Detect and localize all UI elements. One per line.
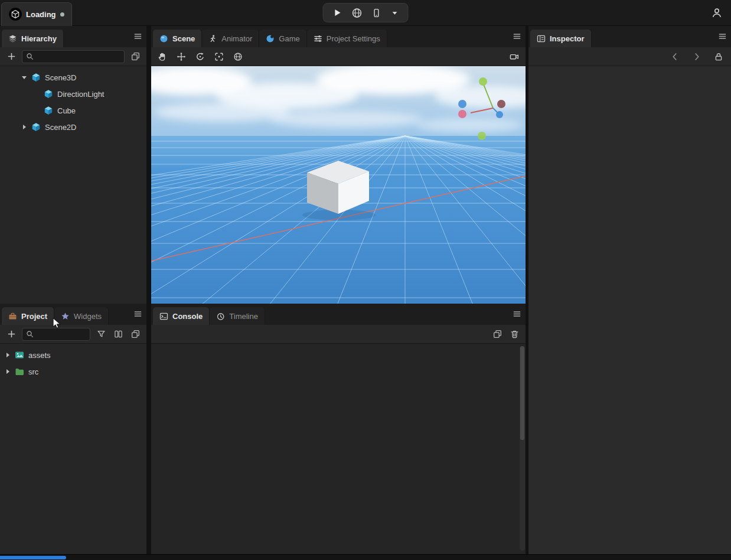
folder-label: src <box>28 367 38 376</box>
project-search-input[interactable] <box>37 330 86 338</box>
tab-scene[interactable]: Scene <box>153 30 202 47</box>
tab-widgets[interactable]: Widgets <box>54 307 109 325</box>
gizmo-tool-icon <box>233 52 243 61</box>
tab-timeline[interactable]: Timeline <box>210 307 265 325</box>
console-tab-icon <box>159 312 168 321</box>
preview-device-button[interactable] <box>371 7 383 19</box>
tab-animator-label: Animator <box>221 34 252 43</box>
tab-widgets-label: Widgets <box>74 312 102 321</box>
game-tab-icon <box>266 34 275 43</box>
inspector-menu-button[interactable] <box>718 32 727 41</box>
scrollbar-thumb[interactable] <box>520 346 524 440</box>
inspector-lock-button[interactable] <box>712 50 725 63</box>
node-label: Cube <box>57 106 76 115</box>
hierarchy-item-directionlight[interactable]: DirectionLight <box>0 86 146 102</box>
expand-chevron-icon[interactable] <box>21 125 27 129</box>
project-tree: assets src <box>0 344 146 554</box>
hierarchy-menu-button[interactable] <box>133 32 142 41</box>
console-copy-button[interactable] <box>491 328 504 341</box>
timeline-tab-icon <box>216 312 225 321</box>
hierarchy-tabstrip: Hierarchy <box>0 26 146 47</box>
project-tab[interactable]: Loading <box>1 2 72 26</box>
hierarchy-search-input[interactable] <box>37 53 120 61</box>
animator-tab-icon <box>208 34 217 43</box>
console-menu-button[interactable] <box>513 310 521 318</box>
play-button[interactable] <box>331 6 344 19</box>
trash-icon <box>510 330 519 338</box>
tab-animator[interactable]: Animator <box>202 30 259 47</box>
project-panel: Project Widgets <box>0 304 146 554</box>
hierarchy-add-button[interactable] <box>5 50 18 63</box>
project-toolbar <box>0 325 146 344</box>
copy-icon <box>131 330 140 338</box>
console-output <box>151 344 526 554</box>
console-panel: Console Timeline <box>151 304 526 554</box>
collapse-chevron-icon[interactable] <box>21 76 27 79</box>
project-item-src[interactable]: src <box>0 363 146 380</box>
back-icon <box>670 52 680 61</box>
project-split-view-button[interactable] <box>112 328 125 341</box>
move-tool-button[interactable] <box>175 50 188 63</box>
user-avatar-button[interactable] <box>710 6 724 20</box>
project-menu-button[interactable] <box>133 310 142 318</box>
gizmo-tool-button[interactable] <box>231 50 244 63</box>
tab-console[interactable]: Console <box>153 307 210 325</box>
scene-viewport[interactable] <box>151 66 526 304</box>
panel-menu-icon <box>133 310 142 318</box>
scene-tabstrip: Scene Animator Game Project Settings <box>151 26 526 47</box>
play-controls <box>323 3 409 22</box>
cube-node-icon <box>44 89 53 99</box>
tab-hierarchy-label: Hierarchy <box>21 34 57 43</box>
hierarchy-item-scene2d[interactable]: Scene2D <box>0 119 146 135</box>
project-duplicate-button[interactable] <box>129 328 142 341</box>
project-tab-icon <box>8 312 17 321</box>
project-item-assets[interactable]: assets <box>0 347 146 363</box>
project-filter-button[interactable] <box>94 328 107 341</box>
cube-node-icon <box>31 122 41 132</box>
assets-folder-icon <box>15 350 24 360</box>
play-options-dropdown[interactable] <box>390 8 400 18</box>
tab-inspector[interactable]: Inspector <box>530 30 592 47</box>
tab-project-settings[interactable]: Project Settings <box>307 30 387 47</box>
rotate-tool-icon <box>195 52 205 61</box>
hierarchy-item-cube[interactable]: Cube <box>0 102 146 119</box>
tab-hierarchy[interactable]: Hierarchy <box>2 30 64 47</box>
expand-chevron-icon[interactable] <box>5 353 11 357</box>
lock-icon <box>714 52 723 61</box>
inspector-tabstrip: Inspector <box>528 26 731 47</box>
scene-menu-button[interactable] <box>513 32 521 41</box>
inspector-panel: Inspector <box>528 26 731 554</box>
tab-project-settings-label: Project Settings <box>327 34 380 43</box>
hierarchy-item-scene3d[interactable]: Scene3D <box>0 69 146 86</box>
pan-tool-button[interactable] <box>156 50 169 63</box>
project-tabstrip: Project Widgets <box>0 304 146 325</box>
tab-project[interactable]: Project <box>2 307 54 325</box>
node-label: DirectionLight <box>57 90 105 99</box>
hierarchy-tree: Scene3D DirectionLight Cube Scene2D <box>0 66 146 304</box>
project-add-button[interactable] <box>5 328 18 341</box>
inspector-back-button[interactable] <box>668 50 681 63</box>
inspector-toolbar <box>528 47 731 66</box>
inspector-forward-button[interactable] <box>690 50 703 63</box>
preview-web-button[interactable] <box>351 6 364 19</box>
project-search <box>22 328 90 341</box>
camera-preview-icon <box>510 52 519 61</box>
dropdown-caret-icon <box>391 9 399 17</box>
hierarchy-duplicate-button[interactable] <box>129 50 142 63</box>
rotate-tool-button[interactable] <box>194 50 207 63</box>
split-view-icon <box>114 330 123 338</box>
frame-tool-button[interactable] <box>213 50 226 63</box>
console-toolbar <box>151 325 526 344</box>
pan-tool-icon <box>158 52 167 61</box>
tab-game[interactable]: Game <box>259 30 306 47</box>
search-icon <box>26 330 34 338</box>
hierarchy-panel: Hierarchy Scene3D <box>0 26 146 304</box>
expand-chevron-icon[interactable] <box>5 369 11 374</box>
scene-panel: Scene Animator Game Project Settings <box>151 26 526 304</box>
node-label: Scene2D <box>45 123 76 132</box>
app-logo-icon <box>11 9 20 19</box>
console-scrollbar[interactable] <box>520 346 525 551</box>
camera-preview-button[interactable] <box>508 50 521 63</box>
project-name: Loading <box>26 10 56 19</box>
console-clear-button[interactable] <box>508 328 521 341</box>
